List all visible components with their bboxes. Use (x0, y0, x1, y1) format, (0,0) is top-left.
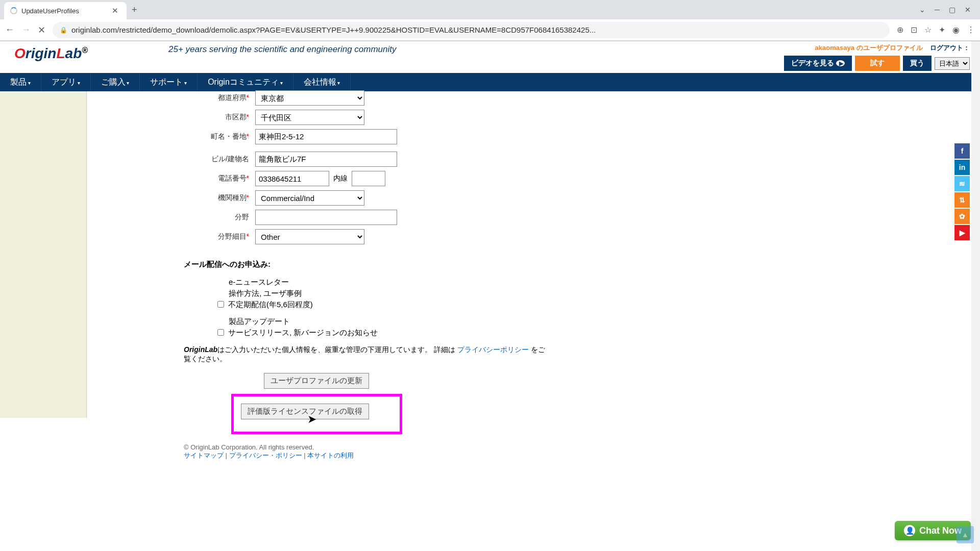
lock-icon: 🔒 (60, 27, 67, 34)
prefecture-select[interactable]: 東京都 (255, 90, 364, 106)
page-scrollbar[interactable] (971, 41, 980, 551)
nav-community[interactable]: Originコミュニティ (198, 73, 293, 91)
browser-toolbar: ← → ✕ 🔒 originlab.com/restricted/demo_do… (0, 19, 980, 41)
stop-icon[interactable]: ✕ (38, 24, 45, 36)
loading-spinner-icon (10, 7, 17, 14)
window-controls: ⌄ ─ ▢ ✕ (919, 6, 976, 14)
phone-input[interactable] (255, 171, 329, 186)
bookmark-icon[interactable]: ☆ (924, 25, 932, 35)
language-select[interactable]: 日本語 (935, 57, 970, 70)
orgtype-label: 機関種別* (87, 193, 255, 203)
browser-tab[interactable]: UpdateUserProfiles ✕ (4, 2, 127, 19)
back-icon[interactable]: ← (5, 24, 14, 35)
translate-icon[interactable]: ⊕ (897, 25, 903, 35)
header-buttons: ビデオを見る 試す 買う 日本語 (784, 56, 970, 71)
ext-label: 内線 (333, 174, 348, 183)
logout-link[interactable]: ログアウト： (930, 44, 970, 52)
linkedin-icon[interactable]: in (954, 160, 970, 175)
highlight-annotation: 評価版ライセンスファイルの取得 ➤ (231, 394, 402, 434)
nav-products[interactable]: 製品 (0, 73, 41, 91)
page: OriginLab® 25+ years serving the scienti… (0, 41, 980, 551)
maximize-icon[interactable]: ▢ (949, 6, 955, 14)
extensions-icon[interactable]: ✦ (939, 25, 945, 35)
copyright: © OriginLab Corporation. All rights rese… (184, 443, 546, 451)
menu-icon[interactable]: ⋮ (967, 25, 975, 35)
dept-label: 分野 (87, 213, 255, 222)
nav-apps[interactable]: アプリ (41, 73, 91, 91)
user-links: akaomasaya のユーザプロファイル ログアウト： (784, 43, 970, 53)
tagline: 25+ years serving the scientific and eng… (107, 41, 779, 55)
privacy-footer-link[interactable]: プライバシー・ポリシー (229, 452, 302, 459)
privacy-link[interactable]: プライバシーポリシー (457, 345, 529, 354)
chevron-down-icon[interactable]: ⌄ (919, 6, 925, 14)
user-area: akaomasaya のユーザプロファイル ログアウト： ビデオを見る 試す 買… (779, 41, 975, 73)
facebook-icon[interactable]: f (954, 143, 970, 159)
tab-bar: UpdateUserProfiles ✕ + ⌄ ─ ▢ ✕ (0, 0, 980, 19)
address-bar[interactable]: 🔒 originlab.com/restricted/demo_download… (53, 22, 890, 38)
social-rail: f in ≋ ⇅ ✿ ▶ (954, 143, 970, 240)
site-header: OriginLab® 25+ years serving the scienti… (0, 41, 980, 73)
rss-icon[interactable]: ≋ (954, 176, 970, 191)
terms-link[interactable]: 本サイトの利用 (307, 452, 354, 459)
scroll-top-button[interactable]: ▲ (957, 526, 974, 543)
new-tab-button[interactable]: + (127, 3, 142, 17)
forward-icon[interactable]: → (21, 24, 31, 35)
toolbar-right: ⊕ ⊡ ☆ ✦ ◉ ⋮ (897, 25, 975, 35)
nav-company[interactable]: 会社情報 (293, 73, 351, 91)
buy-button[interactable]: 買う (903, 56, 932, 71)
nav-support[interactable]: サポート (140, 73, 198, 91)
city-select[interactable]: 千代田区 (255, 110, 364, 125)
nav-purchase[interactable]: ご購入 (91, 73, 140, 91)
building-label: ビル/建物名 (87, 155, 255, 164)
gear-icon[interactable]: ✿ (954, 209, 970, 224)
url-text: originlab.com/restricted/demo_download/d… (71, 26, 596, 34)
update-checkbox[interactable] (217, 329, 224, 336)
install-icon[interactable]: ⊡ (911, 25, 917, 35)
dept-input[interactable] (255, 210, 397, 225)
ext-input[interactable] (352, 171, 385, 186)
youtube-icon[interactable]: ▶ (954, 225, 970, 240)
sitemap-link[interactable]: サイトマップ (184, 452, 224, 459)
get-eval-license-button[interactable]: 評価版ライセンスファイルの取得 (241, 404, 369, 419)
close-icon[interactable]: ✕ (110, 5, 120, 16)
tab-title: UpdateUserProfiles (21, 7, 110, 15)
close-window-icon[interactable]: ✕ (965, 6, 971, 14)
watch-video-button[interactable]: ビデオを見る (784, 56, 852, 71)
footer: © OriginLab Corporation. All rights rese… (184, 443, 546, 460)
newsletter-option: e-ニュースレター 操作方法, ユーザ事例 不定期配信(年5,6回程度) (229, 277, 546, 310)
orgtype-select[interactable]: Commercial/Ind (255, 190, 364, 206)
update-profile-button[interactable]: ユーザプロファイルの更新 (264, 373, 369, 389)
dept-detail-select[interactable]: Other (255, 229, 364, 244)
street-input[interactable] (255, 129, 397, 144)
cursor-icon: ➤ (307, 413, 316, 426)
newsletter-checkbox[interactable] (217, 301, 224, 308)
dept-detail-label: 分野細目* (87, 232, 255, 241)
try-button[interactable]: 試す (855, 56, 900, 71)
mail-heading: メール配信へのお申込み: (184, 260, 546, 269)
minimize-icon[interactable]: ─ (935, 6, 940, 14)
city-label: 市区郡* (87, 113, 255, 122)
building-input[interactable] (255, 152, 397, 167)
left-sidebar (0, 91, 87, 418)
chat-icon: 👤 (904, 525, 915, 536)
phone-label: 電話番号* (87, 174, 255, 183)
browser-chrome: UpdateUserProfiles ✕ + ⌄ ─ ▢ ✕ ← → ✕ 🔒 o… (0, 0, 980, 41)
filexchange-icon[interactable]: ⇅ (954, 192, 970, 208)
prefecture-label: 都道府県* (87, 93, 255, 103)
profile-icon[interactable]: ◉ (952, 25, 960, 35)
logo[interactable]: OriginLab® (5, 41, 107, 62)
profile-link[interactable]: akaomasaya のユーザプロファイル (815, 44, 923, 52)
form-area: 都道府県* 東京都 市区郡* 千代田区 町名・番地* ビル/建物名 電話番号* … (87, 91, 546, 460)
update-option: 製品アップデート サービスリリース, 新バージョンのお知らせ (229, 316, 546, 338)
content: 都道府県* 東京都 市区郡* 千代田区 町名・番地* ビル/建物名 電話番号* … (0, 91, 980, 460)
main-nav: 製品 アプリ ご購入 サポート Originコミュニティ 会社情報 (0, 73, 980, 91)
privacy-notice: OriginLabはご入力いただいた個人情報を、厳重な管理の下運用しています。 … (184, 345, 546, 364)
street-label: 町名・番地* (87, 132, 255, 141)
